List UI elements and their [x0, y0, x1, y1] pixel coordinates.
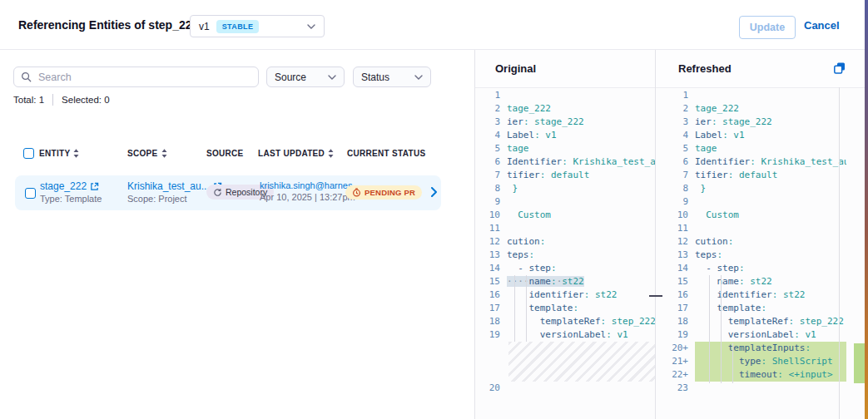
- code-line: 9: [657, 195, 846, 209]
- code-line: 11: [657, 222, 846, 235]
- code-text: [695, 382, 846, 395]
- repository-icon: [213, 188, 222, 197]
- column-header-scope[interactable]: SCOPE: [127, 149, 167, 158]
- chevron-down-icon: [328, 75, 336, 80]
- code-text: versionLabel: v1: [695, 328, 846, 342]
- external-link-icon[interactable]: [90, 182, 99, 191]
- dialog-header: Referencing Entities of step_222 v1 STAB…: [0, 0, 868, 50]
- code-text: [507, 89, 655, 102]
- code-line: 2tage_222: [475, 102, 655, 116]
- original-code-pane[interactable]: 12tage_2223ier: stage_2224Label: v15tage…: [475, 89, 655, 395]
- code-text: cution:: [507, 235, 655, 249]
- line-number: 5: [475, 142, 500, 155]
- code-text: ier: stage_222: [695, 116, 846, 129]
- row-checkbox[interactable]: [25, 188, 36, 199]
- code-line: 19 versionLabel: v1: [475, 328, 655, 342]
- source-filter-dropdown[interactable]: Source: [266, 67, 345, 87]
- line-number: 21+: [657, 355, 688, 368]
- code-text: [695, 222, 846, 235]
- code-text: timeout: <+input>: [695, 368, 846, 382]
- line-number: 17: [475, 302, 500, 315]
- code-line: 21+ type: ShellScript: [657, 355, 846, 368]
- search-icon: [21, 71, 32, 82]
- sort-icon[interactable]: [73, 149, 79, 158]
- update-button[interactable]: Update: [739, 16, 796, 39]
- line-number: 12: [475, 235, 500, 249]
- referencing-entities-dialog: Referencing Entities of step_222 v1 STAB…: [0, 0, 868, 419]
- code-text: }: [695, 182, 846, 195]
- column-header-entity[interactable]: ENTITY: [39, 149, 79, 158]
- scrollbar-track[interactable]: [839, 87, 840, 419]
- code-text: type: ShellScript: [695, 355, 846, 368]
- search-input[interactable]: [37, 71, 251, 84]
- code-text: ier: stage_222: [507, 116, 655, 129]
- code-line: 3ier: stage_222: [475, 116, 655, 129]
- table-row[interactable]: stage_222 Type: Template Krishika_test_a…: [15, 175, 441, 210]
- version-select[interactable]: v1 STABLE: [190, 15, 325, 37]
- code-line: 16 identifier: st22: [657, 288, 846, 302]
- line-number: 13: [475, 249, 500, 262]
- refreshed-code-pane[interactable]: 12tage_2223ier: stage_2224Label: v15tage…: [657, 89, 846, 395]
- chevron-right-icon[interactable]: [430, 187, 438, 197]
- line-number: 20: [475, 382, 500, 395]
- code-text: templateRef: step_222: [507, 315, 655, 328]
- column-header-source: SOURCE: [206, 149, 244, 158]
- select-all-checkbox[interactable]: [23, 148, 34, 159]
- code-text: cution:: [695, 235, 846, 249]
- code-line: 17 template:: [475, 302, 655, 315]
- original-pane-title: Original: [495, 62, 536, 75]
- line-number: 9: [657, 195, 688, 209]
- cancel-button[interactable]: Cancel: [804, 19, 840, 32]
- code-line: 10 Custom: [657, 209, 846, 222]
- code-text: template:: [507, 302, 655, 315]
- code-line: 20+ templateInputs:: [657, 342, 846, 355]
- code-line: 8 }: [657, 182, 846, 195]
- entity-link[interactable]: stage_222: [40, 180, 102, 192]
- code-line: 15 name: st22: [657, 275, 846, 288]
- line-number: 16: [475, 288, 500, 302]
- line-number: 5: [657, 142, 688, 155]
- code-line: 8 }: [475, 182, 655, 195]
- code-line: 20: [475, 382, 655, 395]
- diff-overview-mark: [649, 295, 662, 297]
- code-line: 5tage: [657, 142, 846, 155]
- indent-guide: [709, 275, 710, 383]
- code-text: Identifier: Krishika_test_aut: [695, 155, 846, 169]
- line-number: 8: [657, 182, 688, 195]
- line-number: 11: [657, 222, 688, 235]
- sort-icon[interactable]: [328, 149, 334, 158]
- line-number: 7: [657, 169, 688, 182]
- code-line: 7tifier: default: [657, 169, 846, 182]
- line-number: 15: [475, 275, 500, 288]
- code-line: 14 - step:: [657, 262, 846, 275]
- page-title: Referencing Entities of step_222: [18, 18, 198, 32]
- code-text: tage_222: [695, 102, 846, 116]
- pane-divider: [655, 50, 656, 419]
- column-header-last-updated[interactable]: LAST UPDATED: [258, 149, 334, 158]
- refreshed-pane-title: Refreshed: [678, 62, 732, 75]
- line-number: 9: [475, 195, 500, 209]
- status-badge: PENDING PR: [345, 185, 422, 200]
- code-line: 5tage: [475, 142, 655, 155]
- entity-type: Type: Template: [40, 194, 102, 204]
- version-value: v1: [199, 21, 210, 32]
- line-number: 4: [475, 129, 500, 142]
- line-number: 14: [657, 262, 688, 275]
- line-number: 6: [657, 155, 688, 169]
- diff-view: Original Refreshed 12tage_2223ier: stage…: [474, 50, 868, 419]
- line-number: 2: [475, 102, 500, 116]
- line-number: 12: [657, 235, 688, 249]
- indent-guide: [526, 275, 527, 342]
- sort-icon[interactable]: [161, 149, 167, 158]
- line-number: 18: [475, 315, 500, 328]
- code-text: tage_222: [507, 102, 655, 116]
- clock-icon: [352, 188, 361, 197]
- diff-header: Original Refreshed: [475, 50, 868, 88]
- line-number: 14: [475, 262, 500, 275]
- code-line: 13teps:: [475, 249, 655, 262]
- code-text: Label: v1: [507, 129, 655, 142]
- status-filter-dropdown[interactable]: Status: [353, 67, 431, 87]
- code-line: 4Label: v1: [657, 129, 846, 142]
- code-line: 16 identifier: st22: [475, 288, 655, 302]
- copy-icon[interactable]: [833, 62, 846, 75]
